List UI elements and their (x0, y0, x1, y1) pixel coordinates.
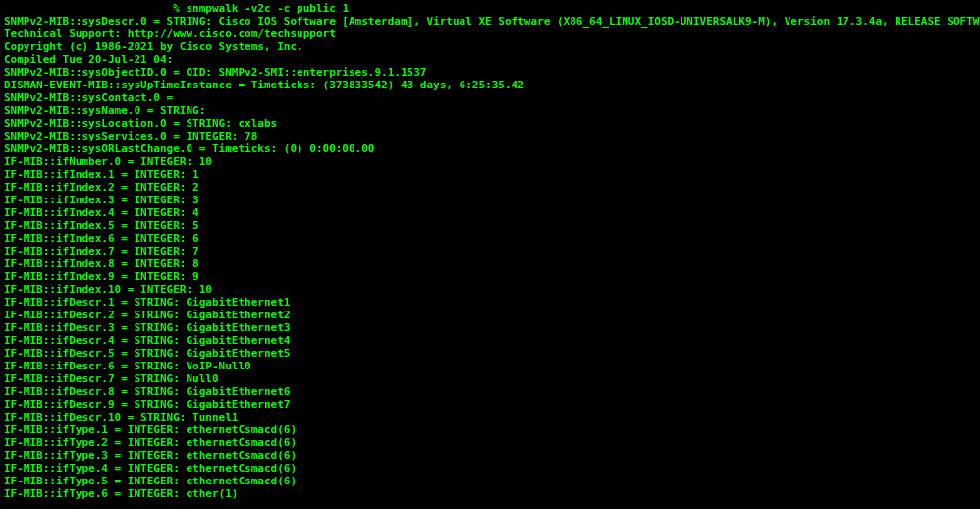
output-line: IF-MIB::ifIndex.9 = INTEGER: 9 (4, 270, 976, 283)
output-line: Compiled Tue 20-Jul-21 04: (4, 53, 976, 66)
output-line: IF-MIB::ifIndex.3 = INTEGER: 3 (4, 194, 976, 206)
output-line: IF-MIB::ifType.2 = INTEGER: ethernetCsma… (4, 436, 976, 449)
output-line: IF-MIB::ifType.1 = INTEGER: ethernetCsma… (4, 424, 976, 436)
output-line: SNMPv2-MIB::sysName.0 = STRING: (4, 104, 976, 117)
output-line: Copyright (c) 1986-2021 by Cisco Systems… (4, 40, 976, 53)
output-line: IF-MIB::ifType.5 = INTEGER: ethernetCsma… (4, 475, 976, 487)
output-line: IF-MIB::ifIndex.8 = INTEGER: 8 (4, 257, 976, 270)
output-line: IF-MIB::ifDescr.9 = STRING: GigabitEther… (4, 398, 976, 411)
output-line: IF-MIB::ifDescr.7 = STRING: Null0 (4, 372, 976, 385)
output-line: IF-MIB::ifIndex.5 = INTEGER: 5 (4, 219, 976, 232)
terminal-output: % snmpwalk -v2c -c public 1 SNMPv2-MIB::… (4, 2, 976, 500)
output-line: SNMPv2-MIB::sysORLastChange.0 = Timetick… (4, 142, 976, 155)
output-line: IF-MIB::ifType.4 = INTEGER: ethernetCsma… (4, 462, 976, 475)
prompt-command: snmpwalk -v2c -c public 1 (186, 2, 349, 15)
output-line: Technical Support: http://www.cisco.com/… (4, 28, 976, 40)
prompt-symbol: % (173, 2, 186, 15)
output-line: IF-MIB::ifDescr.8 = STRING: GigabitEther… (4, 385, 976, 398)
output-line: IF-MIB::ifDescr.2 = STRING: GigabitEther… (4, 309, 976, 321)
output-line: DISMAN-EVENT-MIB::sysUpTimeInstance = Ti… (4, 79, 976, 91)
output-line: IF-MIB::ifType.3 = INTEGER: ethernetCsma… (4, 449, 976, 462)
output-line: IF-MIB::ifDescr.1 = STRING: GigabitEther… (4, 296, 976, 309)
output-line: IF-MIB::ifIndex.1 = INTEGER: 1 (4, 168, 976, 181)
output-line: SNMPv2-MIB::sysLocation.0 = STRING: cxla… (4, 117, 976, 130)
output-line: SNMPv2-MIB::sysContact.0 = (4, 91, 976, 104)
output-line: IF-MIB::ifIndex.4 = INTEGER: 4 (4, 206, 976, 219)
prompt-prefix (4, 2, 173, 15)
output-line: IF-MIB::ifIndex.2 = INTEGER: 2 (4, 181, 976, 194)
output-line: IF-MIB::ifDescr.5 = STRING: GigabitEther… (4, 347, 976, 360)
output-line: IF-MIB::ifType.6 = INTEGER: other(1) (4, 487, 976, 500)
output-line: IF-MIB::ifDescr.4 = STRING: GigabitEther… (4, 334, 976, 347)
output-lines: SNMPv2-MIB::sysDescr.0 = STRING: Cisco I… (4, 15, 976, 500)
output-line: IF-MIB::ifDescr.3 = STRING: GigabitEther… (4, 321, 976, 334)
command-prompt-line: % snmpwalk -v2c -c public 1 (4, 2, 976, 15)
output-line: IF-MIB::ifIndex.6 = INTEGER: 6 (4, 232, 976, 245)
output-line: SNMPv2-MIB::sysServices.0 = INTEGER: 78 (4, 130, 976, 142)
output-line: IF-MIB::ifIndex.7 = INTEGER: 7 (4, 245, 976, 257)
output-line: IF-MIB::ifNumber.0 = INTEGER: 10 (4, 155, 976, 168)
output-line: IF-MIB::ifDescr.10 = STRING: Tunnel1 (4, 411, 976, 424)
output-line: IF-MIB::ifDescr.6 = STRING: VoIP-Null0 (4, 360, 976, 372)
output-line: SNMPv2-MIB::sysDescr.0 = STRING: Cisco I… (4, 15, 976, 28)
output-line: SNMPv2-MIB::sysObjectID.0 = OID: SNMPv2-… (4, 66, 976, 79)
output-line: IF-MIB::ifIndex.10 = INTEGER: 10 (4, 283, 976, 296)
